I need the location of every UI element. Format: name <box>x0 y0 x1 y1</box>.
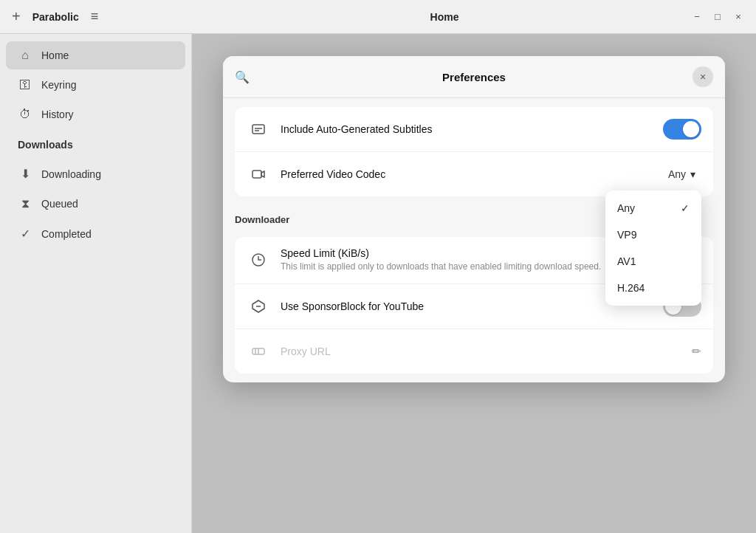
search-icon: 🔍 <box>235 70 250 84</box>
subtitles-row: Include Auto-Generated Subtitles <box>235 107 713 152</box>
dropdown-option-vp9-label: VP9 <box>617 229 636 241</box>
subtitles-label: Include Auto-Generated Subtitles <box>281 123 663 135</box>
video-codec-value: Any <box>668 168 686 180</box>
home-icon: ⌂ <box>18 49 32 62</box>
add-button[interactable]: + <box>9 5 24 28</box>
titlebar-controls: − □ × <box>688 7 747 27</box>
close-button[interactable]: × <box>729 7 747 27</box>
dropdown-option-h264[interactable]: H.264 <box>605 275 701 301</box>
app-title: Parabolic <box>32 11 79 23</box>
proxy-url-control: ✏ <box>692 345 701 358</box>
sidebar-item-queued[interactable]: ⧗ Queued <box>6 190 185 218</box>
video-codec-text: Preferred Video Codec <box>281 168 662 180</box>
proxy-url-placeholder: Proxy URL <box>281 345 692 357</box>
sidebar-item-completed[interactable]: ✓ Completed <box>6 219 185 248</box>
video-codec-dropdown-menu: Any ✓ VP9 AV1 H.264 <box>605 190 701 306</box>
downloads-section-label: Downloads <box>18 139 73 151</box>
speed-limit-icon <box>247 248 270 272</box>
modal-overlay: 🔍 Preferences × <box>192 34 756 533</box>
dialog-header: 🔍 Preferences × <box>223 56 725 98</box>
chevron-down-icon: ▾ <box>690 168 695 180</box>
dialog-content: Include Auto-Generated Subtitles <box>223 107 725 374</box>
sidebar-item-history[interactable]: ⏱ History <box>6 100 185 128</box>
subtitles-text: Include Auto-Generated Subtitles <box>281 123 663 135</box>
sidebar-item-home-label: Home <box>41 49 69 61</box>
queued-icon: ⧗ <box>18 197 32 210</box>
subtitles-icon <box>247 117 270 141</box>
sponsorblock-text: Use SponsorBlock for YouTube <box>281 300 663 312</box>
svg-rect-0 <box>252 125 264 134</box>
sidebar-item-history-label: History <box>41 109 74 120</box>
sidebar-item-completed-label: Completed <box>41 228 92 240</box>
sidebar-item-home[interactable]: ⌂ Home <box>6 41 185 69</box>
downloads-section-header: Downloads <box>6 131 185 158</box>
subtitles-toggle[interactable] <box>663 119 701 140</box>
checkmark-icon: ✓ <box>681 202 690 214</box>
sponsorblock-icon <box>247 295 270 318</box>
sidebar: ⌂ Home ⚿ Keyring ⏱ History Downloads ⬇ D… <box>0 34 192 533</box>
preferences-dialog: 🔍 Preferences × <box>223 56 725 382</box>
titlebar-center-title: Home <box>201 11 688 23</box>
video-codec-dropdown[interactable]: Any ▾ <box>662 165 701 183</box>
sidebar-item-keyring-label: Keyring <box>41 79 76 91</box>
content-area: 🔍 Preferences × <box>192 34 756 533</box>
keyring-icon: ⚿ <box>18 78 32 92</box>
video-codec-control: Any ▾ <box>662 165 701 183</box>
video-codec-row: Preferred Video Codec Any ▾ <box>235 152 713 196</box>
svg-rect-3 <box>252 171 261 178</box>
sidebar-item-keyring[interactable]: ⚿ Keyring <box>6 71 185 99</box>
dropdown-option-av1-label: AV1 <box>617 255 636 267</box>
titlebar-left: + Parabolic ≡ <box>9 5 201 28</box>
main-layout: ⌂ Home ⚿ Keyring ⏱ History Downloads ⬇ D… <box>0 34 756 533</box>
proxy-url-icon <box>247 340 270 363</box>
menu-button[interactable]: ≡ <box>88 6 102 27</box>
maximize-button[interactable]: □ <box>709 7 726 27</box>
video-codec-label: Preferred Video Codec <box>281 168 662 180</box>
completed-icon: ✓ <box>18 227 32 241</box>
sidebar-item-downloading-label: Downloading <box>41 168 101 180</box>
dialog-title: Preferences <box>255 71 693 83</box>
downloading-icon: ⬇ <box>18 167 32 181</box>
history-icon: ⏱ <box>18 108 32 121</box>
minimize-button[interactable]: − <box>688 7 706 27</box>
dropdown-option-h264-label: H.264 <box>617 282 645 294</box>
edit-icon[interactable]: ✏ <box>692 345 701 358</box>
dropdown-option-vp9[interactable]: VP9 <box>605 221 701 248</box>
settings-card-top: Include Auto-Generated Subtitles <box>235 107 713 196</box>
subtitles-toggle-container <box>663 119 701 140</box>
video-codec-icon <box>247 162 270 186</box>
dropdown-option-any[interactable]: Any ✓ <box>605 195 701 221</box>
sidebar-item-downloading[interactable]: ⬇ Downloading <box>6 159 185 188</box>
proxy-url-row: Proxy URL ✏ <box>235 329 713 374</box>
dropdown-option-av1[interactable]: AV1 <box>605 248 701 275</box>
titlebar: + Parabolic ≡ Home − □ × <box>0 0 756 34</box>
dialog-close-button[interactable]: × <box>693 66 713 87</box>
dropdown-option-any-label: Any <box>617 202 635 214</box>
proxy-url-text: Proxy URL <box>281 345 692 357</box>
sponsorblock-label: Use SponsorBlock for YouTube <box>281 300 663 312</box>
sidebar-item-queued-label: Queued <box>41 198 78 210</box>
